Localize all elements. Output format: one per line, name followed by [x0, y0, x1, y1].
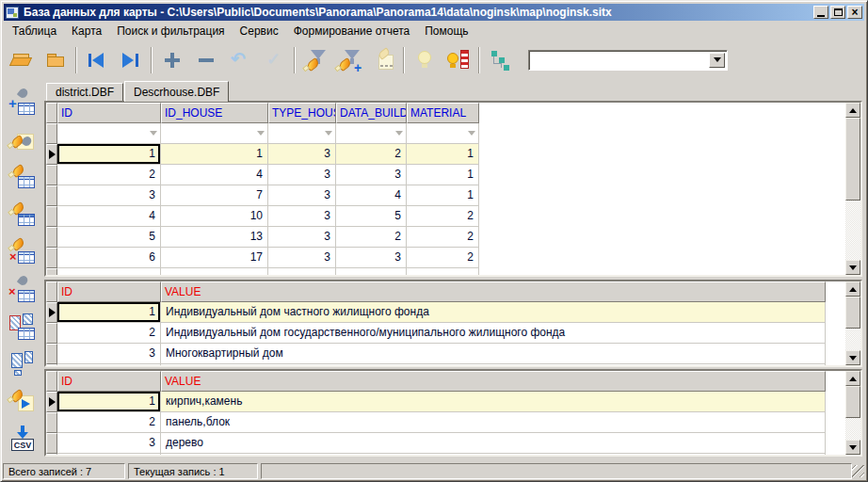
scroll-down-button[interactable] [845, 440, 860, 455]
last-record-button[interactable] [114, 45, 148, 75]
select-marked-records-button[interactable] [8, 312, 38, 342]
filter-dropdown-icon[interactable] [257, 131, 265, 136]
filter-dropdown-icon[interactable] [395, 131, 403, 136]
cell-type_house[interactable]: 3 [268, 144, 336, 165]
cell-id_house[interactable]: 17 [161, 248, 268, 268]
maximize-button[interactable] [830, 6, 845, 19]
cell-material[interactable]: 1 [407, 165, 479, 185]
close-button[interactable]: × [847, 6, 862, 19]
cell-data_build[interactable]: 2 [336, 144, 407, 165]
confirm-button[interactable]: ✓ [257, 45, 291, 75]
cell-id[interactable] [57, 454, 161, 455]
cell-data_build[interactable]: 5 [336, 206, 407, 227]
scrollbar-track[interactable] [845, 329, 860, 350]
filter-dropdown-icon[interactable] [325, 131, 332, 136]
menu-map[interactable]: Карта [64, 23, 109, 40]
column-header-value[interactable]: VALUE [161, 281, 826, 302]
scroll-up-button[interactable] [845, 281, 860, 297]
cell-type_house[interactable]: 3 [268, 206, 336, 227]
minimize-button[interactable] [813, 6, 828, 19]
record-search-combobox[interactable] [528, 50, 728, 71]
cell-value[interactable]: панель,блок [161, 412, 826, 433]
cell-id[interactable]: 3 [57, 433, 161, 454]
row-selector[interactable] [46, 323, 57, 344]
column-header-id[interactable]: ID [57, 281, 161, 302]
add-record-to-table-button[interactable]: + [8, 87, 38, 117]
row-selector[interactable] [46, 227, 57, 248]
cell-value[interactable] [161, 364, 826, 365]
scroll-up-button[interactable] [845, 103, 860, 118]
combobox-dropdown-button[interactable] [709, 53, 725, 68]
delete-record-button[interactable] [189, 45, 223, 75]
tab-district[interactable]: district.DBF [46, 83, 123, 101]
column-header-value[interactable]: VALUE [161, 371, 826, 392]
scrollbar-track[interactable] [845, 201, 860, 260]
cell-id_house[interactable]: 4 [161, 165, 268, 185]
row-selector[interactable] [46, 144, 57, 165]
vertical-scrollbar[interactable] [845, 103, 860, 275]
cell-type_house[interactable]: 3 [268, 248, 336, 268]
scroll-up-button[interactable] [845, 371, 860, 386]
first-record-button[interactable] [80, 45, 114, 75]
row-selector[interactable] [46, 268, 57, 275]
row-selector[interactable] [46, 454, 57, 455]
paint-table-button[interactable] [8, 162, 38, 192]
column-header-id_house[interactable]: ID_HOUSE [161, 103, 268, 123]
tab-descrhouse[interactable]: Descrhouse.DBF [124, 81, 229, 102]
cell-id_house[interactable]: 10 [161, 206, 268, 227]
cell-id[interactable]: 2 [57, 323, 161, 344]
scroll-down-button[interactable] [845, 260, 860, 275]
filter-cell-id_house[interactable] [161, 123, 268, 144]
menu-report[interactable]: Формирование отчета [286, 23, 418, 40]
column-header-id[interactable]: ID [57, 371, 161, 392]
cell-data_build[interactable] [336, 268, 407, 275]
cell-id[interactable] [57, 364, 161, 365]
row-selector[interactable] [46, 392, 57, 412]
cell-material[interactable]: 1 [407, 144, 479, 165]
cell-value[interactable]: дерево [161, 433, 826, 454]
row-selector[interactable] [46, 248, 57, 268]
menu-search-filter[interactable]: Поиск и фильтрация [109, 23, 232, 40]
row-selector[interactable] [46, 344, 57, 364]
filter-cell-material[interactable] [407, 123, 479, 144]
highlight-on-map-button[interactable] [442, 45, 475, 75]
column-header-type_house[interactable]: TYPE_HOUSE [268, 103, 336, 123]
cell-id[interactable]: 1 [57, 302, 161, 323]
row-selector[interactable] [46, 364, 57, 365]
filter-cell-data_build[interactable] [336, 123, 407, 144]
cell-id[interactable]: 3 [57, 344, 161, 364]
cell-id_house[interactable] [161, 268, 268, 275]
column-header-id[interactable]: ID [57, 103, 161, 123]
menu-service[interactable]: Сервис [233, 23, 286, 40]
cell-material[interactable]: 2 [407, 248, 479, 268]
cell-id[interactable]: 5 [57, 227, 161, 248]
cell-id[interactable]: 4 [57, 206, 161, 227]
filter-dropdown-icon[interactable] [468, 131, 475, 136]
cell-id_house[interactable]: 1 [161, 144, 268, 165]
row-selector[interactable] [46, 302, 57, 323]
close-table-button[interactable] [39, 45, 72, 75]
filter-dropdown-icon[interactable] [150, 131, 157, 136]
scrollbar-track[interactable] [845, 418, 860, 440]
cell-type_house[interactable]: 3 [268, 185, 336, 206]
linked-tables-button[interactable] [483, 45, 517, 75]
menu-help[interactable]: Помощь [417, 23, 475, 40]
cell-value[interactable]: Индивидуальный дом государственного/муни… [161, 323, 826, 344]
cell-data_build[interactable]: 3 [336, 165, 407, 185]
scrollbar-thumb[interactable] [845, 386, 860, 418]
scrollbar-thumb[interactable] [845, 118, 860, 201]
cell-type_house[interactable] [268, 268, 336, 275]
filter-options-button[interactable] [366, 45, 400, 75]
add-record-button[interactable] [155, 45, 189, 75]
cell-data_build[interactable]: 3 [336, 248, 407, 268]
cell-data_build[interactable]: 4 [336, 185, 407, 206]
row-selector[interactable] [46, 165, 57, 185]
paint-object-button[interactable] [8, 124, 38, 154]
clear-table-marking-button[interactable]: × [8, 236, 38, 266]
cell-value[interactable]: Многоквартирный дом [161, 344, 826, 364]
vertical-scrollbar[interactable] [845, 281, 860, 365]
cell-value[interactable]: Индивидуальный дом частного жилищного фо… [161, 302, 826, 323]
row-selector[interactable] [46, 412, 57, 433]
cell-material[interactable]: 1 [407, 185, 479, 206]
cell-data_build[interactable]: 2 [336, 227, 407, 248]
